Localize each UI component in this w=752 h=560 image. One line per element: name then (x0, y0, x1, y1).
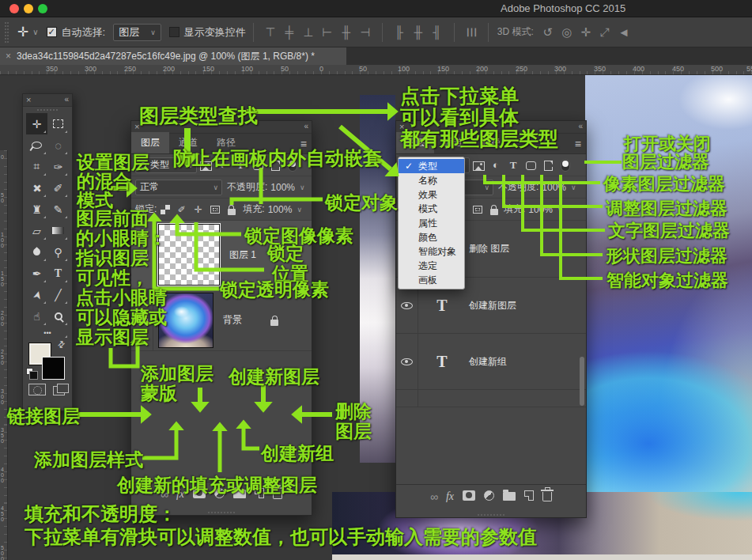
menu-item-效果[interactable]: 效果 (399, 187, 464, 202)
document-tab[interactable]: × 3dea34c1159845d2a47287e5c16fc49e.jpg @… (0, 47, 346, 65)
3d-camera-icon[interactable]: ◄ (614, 25, 633, 39)
quick-select-tool[interactable]: ◌ (47, 134, 69, 156)
distribute-center-icon[interactable]: ╫ (409, 25, 428, 39)
auto-align-icon[interactable]: ☰ (464, 23, 478, 42)
tool-preset-chevron-icon[interactable]: ∨ (32, 28, 38, 36)
tab-layers[interactable]: 图层 (131, 132, 169, 153)
layer-name[interactable]: 图层 1 (229, 248, 256, 262)
eye-column[interactable] (396, 334, 418, 389)
lock-artboard-icon[interactable] (206, 204, 223, 215)
link-layers-button[interactable]: ∞ (430, 490, 437, 503)
delete-layer-button[interactable] (273, 486, 282, 501)
eraser-tool[interactable]: ▱ (26, 220, 47, 241)
align-vcenter-icon[interactable]: ╪ (280, 25, 299, 39)
blur-tool[interactable] (26, 241, 47, 263)
chevron-down-icon[interactable]: ∨ (300, 184, 305, 191)
menu-item-选定[interactable]: 选定 (399, 259, 464, 273)
pen-tool[interactable]: ✒ (26, 263, 47, 284)
pixel-filter-icon[interactable] (197, 159, 214, 171)
minimize-window-button[interactable] (24, 4, 33, 13)
healing-brush-tool[interactable]: ✚ (26, 177, 47, 199)
close-window-button[interactable] (9, 4, 19, 13)
panel-grip[interactable] (23, 107, 72, 113)
align-left-icon[interactable]: ⊢ (318, 25, 337, 40)
menu-item-颜色[interactable]: 颜色 (399, 230, 464, 244)
delete-layer-button[interactable] (542, 489, 552, 504)
fill-value[interactable]: 100% (528, 204, 553, 215)
layer-filter-toggle[interactable] (284, 158, 301, 172)
new-group-button[interactable] (233, 487, 246, 501)
3d-orbit-icon[interactable]: ↺ (538, 25, 557, 40)
layer-style-button[interactable]: fx (176, 488, 184, 501)
layer-thumbnail[interactable] (158, 293, 214, 348)
panel-resize-grip[interactable] (478, 514, 504, 516)
new-layer-button[interactable] (524, 490, 534, 503)
tab-paths[interactable]: 路径 (207, 132, 245, 153)
history-brush-tool[interactable]: ✎ (47, 199, 69, 220)
distribute-right-icon[interactable]: ╢ (428, 25, 447, 39)
adjustment-layer-button[interactable] (484, 490, 494, 503)
show-transform-checkbox[interactable] (169, 27, 179, 37)
layer-thumbnail[interactable] (158, 224, 220, 286)
lock-image-icon[interactable]: ✐ (173, 204, 190, 215)
close-icon[interactable]: × (134, 122, 139, 131)
chevron-down-icon[interactable]: ∨ (571, 184, 576, 191)
panel-menu-icon[interactable]: ≡ (575, 138, 581, 150)
lock-position-icon[interactable]: ✛ (190, 204, 206, 215)
collapse-icon[interactable]: « (64, 95, 69, 104)
align-bottom-icon[interactable]: ⊥ (299, 25, 318, 40)
adjustment-filter-icon[interactable]: ◐ (487, 159, 504, 171)
shape-filter-icon[interactable] (249, 159, 266, 171)
menu-item-类型[interactable]: ✓类型 (399, 159, 464, 173)
line-tool[interactable]: ╱ (47, 284, 69, 305)
swap-colors-icon[interactable]: ⇄ (55, 339, 68, 351)
blend-mode-dropdown[interactable]: 正常 ∨ (135, 180, 222, 195)
default-colors-icon[interactable] (26, 368, 33, 375)
3d-pan-icon[interactable]: ✛ (576, 25, 595, 40)
lock-transparent-icon[interactable] (157, 204, 173, 215)
type-filter-icon[interactable]: T (504, 159, 522, 172)
eye-icon[interactable] (401, 302, 413, 309)
pixel-filter-icon[interactable] (470, 159, 487, 171)
chevron-down-icon[interactable]: ∨ (557, 206, 563, 214)
3d-roll-icon[interactable]: ◎ (557, 25, 576, 40)
eye-icon[interactable] (136, 316, 148, 324)
background-color-swatch[interactable] (42, 357, 65, 380)
menu-item-模式[interactable]: 模式 (399, 202, 464, 216)
zoom-tool[interactable] (47, 305, 69, 327)
add-mask-button[interactable] (463, 490, 475, 503)
brush-tool[interactable]: ✐ (47, 177, 69, 199)
crop-tool[interactable]: ⌗ (26, 156, 47, 177)
chevron-down-icon[interactable]: ∨ (297, 206, 302, 214)
add-mask-button[interactable] (193, 488, 206, 501)
lock-all-icon[interactable] (223, 203, 240, 214)
adjustment-layer-button[interactable] (214, 488, 225, 501)
auto-select-checkbox[interactable]: ✓ (47, 27, 57, 37)
new-layer-button[interactable] (255, 488, 264, 501)
move-tool-icon[interactable]: ✛ (17, 24, 28, 40)
screen-mode-button[interactable] (53, 384, 69, 395)
lock-all-icon[interactable] (486, 203, 502, 214)
eye-icon[interactable] (401, 358, 413, 365)
fill-value[interactable]: 100% (268, 204, 293, 215)
adjustment-filter-icon[interactable]: ◐ (214, 159, 232, 171)
eyedropper-tool[interactable]: ✑ (47, 156, 69, 177)
layer-name[interactable]: 背景 (223, 313, 242, 327)
move-tool[interactable]: ✛ (26, 113, 47, 134)
opacity-value[interactable]: 100% (542, 182, 566, 193)
panel-menu-icon[interactable]: ≡ (300, 138, 307, 150)
tab-paths[interactable]: 路径 (472, 132, 510, 153)
layer-style-button[interactable]: fx (446, 490, 454, 503)
eye-column[interactable] (131, 289, 153, 350)
layer-row-background[interactable]: 背景 (131, 289, 312, 351)
clone-stamp-tool[interactable]: ♜ (26, 199, 47, 220)
gradient-tool[interactable] (47, 220, 69, 241)
smart-object-filter-icon[interactable] (539, 159, 557, 171)
eye-icon[interactable] (136, 252, 148, 259)
quick-mask-button[interactable] (28, 384, 46, 395)
panel-resize-grip[interactable] (208, 512, 235, 513)
link-layers-button[interactable]: ∞ (161, 488, 168, 501)
shape-filter-icon[interactable] (522, 159, 539, 171)
layer-name[interactable]: 删除 图层 (469, 242, 509, 255)
lasso-tool[interactable] (26, 134, 47, 156)
